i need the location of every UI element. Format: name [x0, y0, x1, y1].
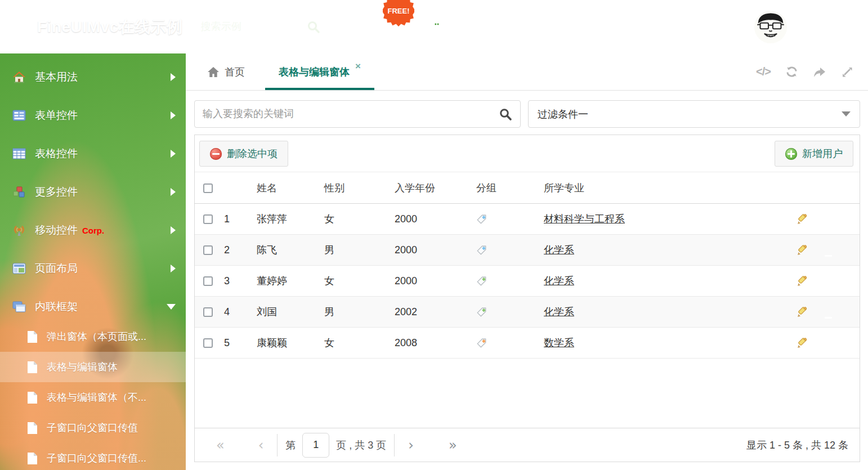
nav-item-theme-store[interactable]: 主题仓库	[680, 0, 746, 53]
tab-toolbar: </>	[756, 53, 868, 90]
source-code-icon[interactable]: </>	[756, 65, 771, 78]
button-label: 删除选中项	[227, 147, 278, 160]
nav-item-loading-animation[interactable]: 加载动画	[614, 0, 680, 53]
keyword-search-input[interactable]	[203, 108, 499, 120]
edit-icon[interactable]	[797, 213, 822, 225]
row-checkbox[interactable]	[203, 214, 213, 224]
row-checkbox[interactable]	[203, 276, 213, 286]
sidebar-item-page-layout[interactable]: 页面布局	[0, 254, 186, 283]
user-grid-panel: 删除选中项 新增用户	[194, 135, 860, 462]
edit-icon[interactable]	[797, 337, 822, 349]
refresh-icon[interactable]	[785, 65, 798, 78]
column-header-gender[interactable]: 性别	[324, 172, 395, 204]
column-header-year[interactable]: 入学年份	[395, 172, 476, 204]
cell-name: 刘国	[257, 297, 324, 328]
expand-icon[interactable]	[841, 66, 853, 78]
sidebar-item-form-controls[interactable]: 表单控件	[0, 101, 186, 130]
edit-icon[interactable]	[797, 275, 822, 287]
column-header-name[interactable]: 姓名	[257, 172, 324, 204]
major-link[interactable]: 数学系	[544, 337, 574, 348]
cell-name: 董婷婷	[257, 266, 324, 297]
column-header-group[interactable]: 分组	[476, 172, 544, 204]
major-link[interactable]: 化学系	[544, 244, 574, 256]
cell-year: 2000	[395, 266, 476, 297]
sidebar-subitem-grid-edit-window-2[interactable]: 表格与编辑窗体（不...	[0, 382, 186, 413]
chevron-right-icon	[171, 73, 176, 81]
row-checkbox[interactable]	[203, 307, 213, 317]
envelope-icon	[502, 10, 522, 29]
sidebar-subitem-label: 弹出窗体（本页面或...	[47, 330, 146, 343]
nav-item-basic-free[interactable]: FREE! 基础版（免费）	[387, 0, 477, 53]
prev-page-button[interactable]: ‹	[253, 437, 270, 453]
tab-home[interactable]: 首页	[194, 53, 258, 90]
column-header-major[interactable]: 所学专业	[544, 172, 797, 204]
row-checkbox[interactable]	[203, 245, 213, 255]
home-icon[interactable]	[10, 18, 29, 36]
sidebar-item-grid-controls[interactable]: 表格控件	[0, 139, 186, 168]
page-label-suffix: 页 , 共 3 页	[336, 438, 386, 452]
user-menu[interactable]: 三生石上	[754, 11, 853, 43]
sidebar-item-more-controls[interactable]: 更多控件	[0, 177, 186, 207]
row-checkbox[interactable]	[203, 338, 213, 348]
chevron-right-icon	[171, 226, 176, 234]
user-table: 姓名 性别 入学年份 分组 所学专业 1 张萍萍	[195, 172, 860, 359]
sidebar-item-label: 基本用法	[35, 70, 78, 84]
sidebar-subitem-grid-edit-window[interactable]: 表格与编辑窗体	[0, 352, 186, 382]
search-icon[interactable]	[499, 108, 512, 121]
divider	[277, 434, 278, 456]
sidebar-subitem-popup-window[interactable]: 弹出窗体（本页面或...	[0, 321, 186, 352]
sidebar-subitem-label: 表格与编辑窗体（不...	[47, 391, 146, 404]
add-user-button[interactable]: 新增用户	[775, 141, 853, 167]
tab-grid-edit-window[interactable]: 表格与编辑窗体 ×	[265, 53, 374, 90]
search-icon[interactable]	[307, 20, 320, 34]
header-nav: FREE! 基础版（免费） 企业版试用	[387, 0, 746, 53]
table-row: 5 康颖颖 女 2008 数学系	[195, 328, 860, 359]
divider	[394, 434, 395, 456]
cell-name: 陈飞	[257, 235, 324, 266]
sidebar: 基本用法 表单控件 表格控件 更多控件	[0, 53, 186, 470]
cell-year: 2000	[395, 204, 476, 235]
sidebar-item-basic-usage[interactable]: 基本用法	[0, 62, 186, 92]
keyword-search-box	[194, 100, 521, 128]
major-link[interactable]: 化学系	[544, 306, 574, 317]
nav-item-mobile-demo[interactable]: 移动示例	[547, 0, 614, 53]
page-number-input[interactable]	[302, 433, 329, 458]
user-name: 三生石上	[795, 19, 840, 34]
tab-label: 表格与编辑窗体	[279, 65, 350, 79]
chevron-right-icon	[171, 150, 176, 158]
sidebar-item-iframe[interactable]: 内联框架	[0, 292, 186, 321]
chevron-down-icon	[845, 24, 853, 29]
form-icon	[12, 109, 26, 122]
major-link[interactable]: 化学系	[544, 275, 574, 287]
cell-gender: 女	[324, 328, 395, 359]
next-page-button[interactable]: ›	[402, 437, 419, 453]
sidebar-item-label: 移动控件	[35, 223, 78, 238]
filter-dropdown[interactable]: 过滤条件一	[528, 100, 860, 128]
file-icon	[27, 452, 38, 465]
top-header: FineUIMvc在线示例 FREE! 基础版（免费）	[0, 0, 868, 53]
first-page-button[interactable]: «	[211, 437, 230, 453]
sidebar-item-mobile-controls[interactable]: 移动控件 Corp.	[0, 216, 186, 245]
share-icon[interactable]	[813, 66, 826, 78]
header-search-input[interactable]	[201, 21, 285, 33]
edit-icon[interactable]	[797, 306, 822, 318]
select-all-checkbox[interactable]	[203, 183, 213, 193]
delete-selected-button[interactable]: 删除选中项	[199, 141, 288, 167]
sidebar-item-label: 内联框架	[35, 299, 78, 314]
frames-icon	[12, 300, 26, 314]
sidebar-subitem-child-to-parent[interactable]: 子窗口向父窗口传值	[0, 413, 186, 443]
sidebar-subitem-child-to-parent-2[interactable]: 子窗口向父窗口传值...	[0, 443, 186, 470]
nav-item-enterprise-trial[interactable]: 企业版试用	[477, 0, 547, 53]
tab-label: 首页	[225, 65, 245, 79]
last-page-button[interactable]: »	[443, 437, 463, 453]
grid-toolbar: 删除选中项 新增用户	[195, 135, 860, 172]
file-icon	[27, 330, 38, 343]
major-link[interactable]: 材料科学与工程系	[544, 213, 625, 225]
main-area: 首页 表格与编辑窗体 × </>	[186, 53, 868, 470]
chevron-down-icon	[842, 111, 851, 117]
sidebar-item-label: 表单控件	[35, 108, 78, 123]
antenna-icon	[12, 223, 26, 237]
close-icon[interactable]: ×	[355, 61, 361, 72]
layout-icon	[12, 262, 26, 275]
edit-icon[interactable]	[797, 244, 822, 256]
